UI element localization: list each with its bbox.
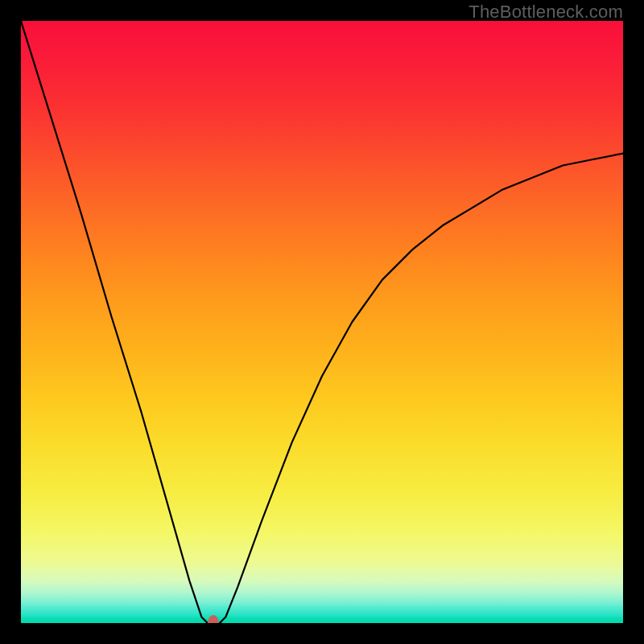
bottleneck-curve	[21, 21, 623, 623]
curve-svg	[21, 21, 623, 623]
chart-container: TheBottleneck.com	[0, 0, 644, 644]
watermark-text: TheBottleneck.com	[469, 2, 623, 23]
plot-area	[21, 21, 623, 623]
